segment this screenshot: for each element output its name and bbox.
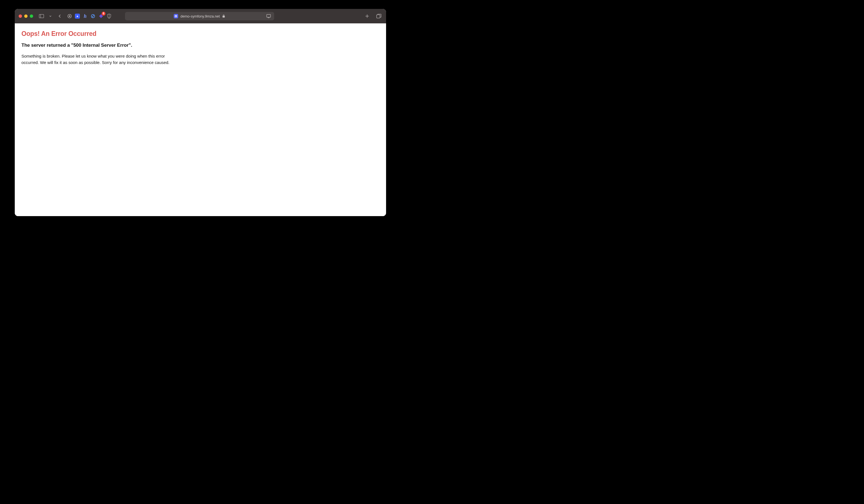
adblock-extension-icon[interactable] bbox=[91, 14, 95, 19]
notification-extension-icon[interactable]: 6 bbox=[98, 13, 104, 19]
svg-rect-9 bbox=[267, 14, 271, 17]
minimize-window-button[interactable] bbox=[24, 14, 27, 18]
error-body: Something is broken. Please let us know … bbox=[22, 53, 177, 66]
notification-badge: 6 bbox=[101, 12, 106, 15]
svg-point-7 bbox=[175, 15, 177, 17]
svg-point-3 bbox=[69, 15, 70, 17]
right-toolbar bbox=[364, 13, 382, 20]
svg-rect-8 bbox=[223, 16, 225, 17]
toolbar-extensions: h 6 bbox=[67, 13, 112, 19]
svg-rect-0 bbox=[39, 14, 44, 18]
address-text: demo-symfony.9mza.net bbox=[180, 14, 220, 19]
browser-window: h 6 demo-sym bbox=[15, 9, 386, 216]
window-controls bbox=[19, 14, 33, 18]
close-window-button[interactable] bbox=[19, 14, 22, 18]
honey-extension-icon[interactable]: h bbox=[83, 14, 88, 19]
sidebar-toggle-icon[interactable] bbox=[38, 13, 45, 20]
error-heading: Oops! An Error Occurred bbox=[22, 30, 380, 38]
back-button[interactable] bbox=[57, 13, 63, 20]
error-subheading: The server returned a "500 Internal Serv… bbox=[22, 42, 380, 48]
fullscreen-window-button[interactable] bbox=[30, 14, 33, 18]
tab-overview-button[interactable] bbox=[375, 13, 382, 20]
record-icon[interactable] bbox=[67, 14, 72, 19]
privacy-shield-icon[interactable] bbox=[107, 14, 112, 19]
svg-rect-13 bbox=[376, 15, 380, 18]
vpn-extension-icon[interactable] bbox=[75, 14, 80, 19]
chevron-down-icon[interactable] bbox=[47, 13, 54, 20]
sidebar-button-group bbox=[38, 13, 63, 20]
svg-line-5 bbox=[92, 15, 94, 17]
reader-mode-icon[interactable] bbox=[265, 13, 272, 20]
page-content: Oops! An Error Occurred The server retur… bbox=[15, 23, 386, 216]
new-tab-button[interactable] bbox=[364, 13, 371, 20]
address-bar[interactable]: demo-symfony.9mza.net bbox=[125, 12, 274, 20]
site-favicon-icon bbox=[174, 14, 178, 19]
lock-icon bbox=[222, 14, 226, 18]
titlebar: h 6 demo-sym bbox=[15, 9, 386, 23]
